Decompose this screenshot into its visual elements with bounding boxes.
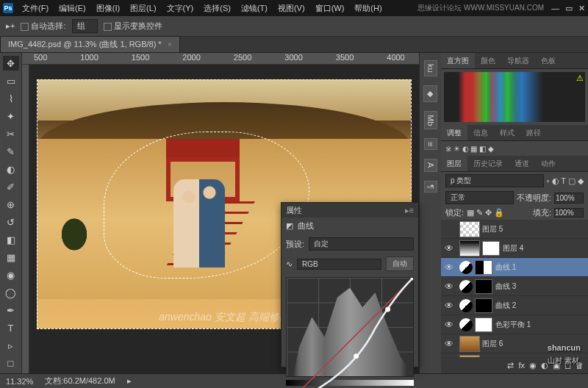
visibility-icon[interactable]: 👁 [441, 339, 457, 349]
gradient-tool[interactable]: ▦ [3, 250, 19, 265]
menu-item[interactable]: 文件(F) [18, 1, 53, 15]
history-brush-tool[interactable]: ↺ [3, 215, 19, 229]
maximize-icon[interactable]: ▭ [565, 4, 573, 13]
visibility-icon[interactable]: 👁 [441, 320, 457, 330]
menu-item[interactable]: 帮助(H) [350, 1, 386, 15]
panel-tab[interactable]: 色板 [535, 53, 562, 68]
adjustment-thumb [459, 318, 473, 331]
dock-icon[interactable]: ku [424, 60, 437, 76]
menu-item[interactable]: 视图(V) [273, 1, 309, 15]
eyedropper-tool[interactable]: ✎ [3, 144, 19, 159]
menu-item[interactable]: 选择(S) [199, 1, 235, 15]
collapsed-panels[interactable]: ku ◆ Mb ≡ A ¶ [419, 53, 441, 373]
panel-tab[interactable]: 动作 [535, 156, 562, 171]
shape-tool[interactable]: □ [3, 356, 19, 370]
adjustment-thumb [459, 280, 473, 293]
panel-tab[interactable]: 颜色 [475, 53, 501, 68]
auto-select-label: 自动选择: [31, 21, 65, 30]
status-arrow-icon[interactable]: ▸ [127, 376, 132, 386]
layer-row[interactable]: 👁曲线 3 [441, 277, 588, 296]
properties-panel[interactable]: 属性▸≡ ◩曲线 预设:自定 ∿RGB自动 [281, 202, 419, 367]
curves-graph[interactable] [286, 277, 414, 377]
adjustments-presets[interactable]: ※ ☀ ◐ ▦ ◧ ◆ [441, 141, 588, 156]
heal-tool[interactable]: ◐ [3, 162, 19, 176]
move-tool[interactable]: ✥ [3, 56, 19, 71]
filter-icons[interactable]: ▫ ◐ T ▢ ◆ [547, 176, 584, 186]
layer-thumb [459, 240, 480, 256]
menu-item[interactable]: 窗口(W) [311, 1, 349, 15]
show-transform-checkbox[interactable] [104, 23, 112, 31]
brush-tool[interactable]: ✐ [3, 179, 19, 194]
panel-tab[interactable]: 直方图 [441, 53, 475, 68]
move-tool-icon[interactable]: ▸+ [6, 21, 15, 31]
dock-icon[interactable]: ≡ [424, 138, 437, 150]
panel-tab[interactable]: 调整 [441, 125, 467, 140]
properties-tab[interactable]: 属性 [286, 205, 302, 216]
minimize-icon[interactable]: — [551, 4, 559, 13]
mask-thumb [475, 317, 492, 332]
dodge-tool[interactable]: ◯ [3, 285, 19, 300]
panel-tab[interactable]: 导航器 [501, 53, 535, 68]
visibility-icon[interactable]: 👁 [441, 243, 457, 254]
document-tab[interactable]: IMG_4482.psd @ 11.3% (曲线 1, RGB/8) *× [0, 36, 180, 52]
curves-title: 曲线 [298, 220, 314, 231]
visibility-icon[interactable]: 👁 [441, 301, 457, 311]
path-tool[interactable]: ▹ [3, 338, 19, 353]
lasso-tool[interactable]: ⌇ [3, 91, 19, 106]
close-icon[interactable]: ✕ [578, 4, 585, 13]
panel-tab[interactable]: 历史记录 [467, 156, 509, 171]
fill-input[interactable] [554, 208, 584, 218]
dock-icon[interactable]: ◆ [423, 85, 437, 102]
panel-tab[interactable]: 路径 [520, 125, 547, 140]
curves-icon: ◩ [286, 221, 293, 231]
layer-row[interactable]: 图层 5 [441, 220, 588, 239]
wand-tool[interactable]: ✦ [3, 109, 19, 123]
opacity-input[interactable] [554, 193, 584, 204]
panel-tab[interactable]: 通道 [509, 156, 535, 171]
pen-tool[interactable]: ✒ [3, 303, 19, 317]
dock-icon[interactable]: Mb [424, 111, 437, 129]
show-transform-label: 显示变换控件 [114, 21, 162, 30]
histogram-warning-icon[interactable]: ⚠ [576, 73, 584, 83]
type-tool[interactable]: T [3, 320, 19, 335]
crop-tool[interactable]: ✂ [3, 126, 19, 141]
preset-select[interactable]: 自定 [309, 237, 414, 251]
menu-item[interactable]: 图层(L) [126, 1, 160, 15]
auto-select-checkbox[interactable] [21, 23, 29, 31]
panel-tab[interactable]: 图层 [441, 156, 467, 171]
auto-button[interactable]: 自动 [386, 256, 414, 271]
svg-line-0 [287, 278, 413, 388]
blend-mode[interactable]: 正常 [445, 191, 514, 204]
dock-icon[interactable]: ¶ [424, 181, 437, 193]
fx-icon[interactable]: fx [518, 361, 525, 370]
menu-item[interactable]: 滤镜(T) [237, 1, 272, 15]
lock-icons[interactable]: ▦ ✎ ✥ 🔒 [467, 208, 504, 218]
zoom-level[interactable]: 11.32% [6, 377, 33, 386]
layer-name: 图层 5 [482, 224, 585, 234]
eraser-tool[interactable]: ◧ [3, 232, 19, 247]
mask-icon[interactable]: ◉ [529, 361, 537, 370]
panel-tab[interactable]: 样式 [494, 125, 520, 140]
blur-tool[interactable]: ◉ [3, 267, 19, 282]
panel-tab[interactable]: 信息 [467, 125, 494, 140]
channel-select[interactable]: RGB [297, 259, 381, 270]
menu-item[interactable]: 图像(I) [92, 1, 124, 15]
dock-icon[interactable]: A [424, 159, 437, 171]
doc-size[interactable]: 文档:60.2M/482.0M [45, 376, 115, 387]
auto-select-target[interactable]: 组 [72, 19, 98, 33]
visibility-icon[interactable]: 👁 [441, 281, 457, 292]
panel-menu-icon[interactable]: ▸≡ [405, 206, 414, 215]
document-tab-label: IMG_4482.psd @ 11.3% (曲线 1, RGB/8) * [8, 40, 162, 48]
layer-thumb [459, 336, 480, 352]
menu-item[interactable]: 编辑(E) [54, 1, 90, 15]
layer-row[interactable]: 👁曲线 1 [441, 258, 588, 277]
layer-row[interactable]: 👁图层 4 [441, 239, 588, 258]
marquee-tool[interactable]: ▭ [3, 73, 19, 88]
stamp-tool[interactable]: ⊕ [3, 197, 19, 212]
visibility-icon[interactable]: 👁 [441, 262, 457, 273]
layer-filter[interactable]: p 类型 [445, 174, 544, 187]
menu-item[interactable]: 文字(Y) [162, 1, 198, 15]
layer-row[interactable]: 👁曲线 2 [441, 296, 588, 315]
link-icon[interactable]: ⇄ [507, 361, 514, 370]
close-tab-icon[interactable]: × [168, 40, 172, 48]
